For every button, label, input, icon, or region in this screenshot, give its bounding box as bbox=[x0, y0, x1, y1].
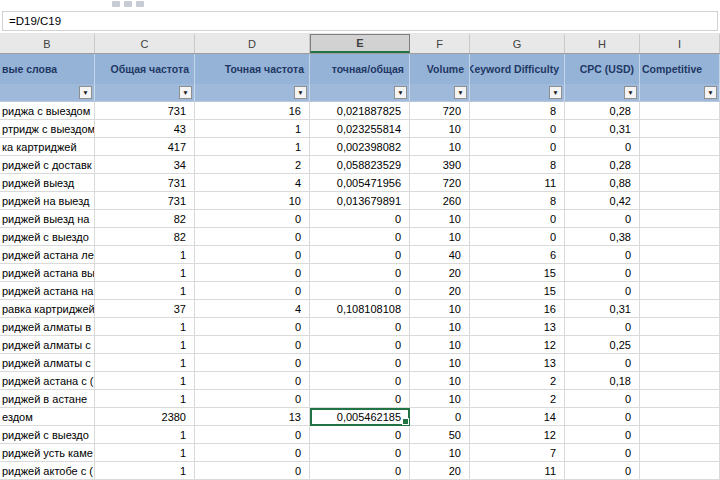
filter-dropdown-button[interactable]: ▼ bbox=[624, 86, 637, 99]
cell[interactable]: 1 bbox=[95, 246, 195, 264]
cell-keyword[interactable]: ртридж с выездом bbox=[0, 120, 95, 138]
cell[interactable]: 34 bbox=[95, 156, 195, 174]
cell[interactable]: 0 bbox=[310, 336, 410, 354]
cell[interactable]: 0,38 bbox=[565, 228, 640, 246]
cell[interactable]: 1 bbox=[95, 282, 195, 300]
cell-keyword[interactable]: риджей в астане bbox=[0, 390, 95, 408]
cell[interactable]: 2 bbox=[470, 372, 565, 390]
cell[interactable]: 0,18 bbox=[565, 372, 640, 390]
cell[interactable]: 8 bbox=[470, 156, 565, 174]
cell[interactable]: 15 bbox=[470, 264, 565, 282]
cell[interactable]: 0 bbox=[310, 282, 410, 300]
cell[interactable]: 8 bbox=[470, 102, 565, 120]
cell-keyword[interactable]: риджей астана с ( bbox=[0, 372, 95, 390]
cell[interactable]: 260 bbox=[410, 192, 470, 210]
cell[interactable]: 1 bbox=[95, 354, 195, 372]
cell[interactable]: 10 bbox=[410, 300, 470, 318]
cell[interactable]: 1 bbox=[95, 372, 195, 390]
cell[interactable]: 12 bbox=[470, 426, 565, 444]
cell[interactable]: 0 bbox=[195, 282, 310, 300]
cell[interactable]: 0 bbox=[310, 444, 410, 462]
filter-dropdown-button[interactable]: ▼ bbox=[549, 86, 562, 99]
cell[interactable]: 10 bbox=[410, 390, 470, 408]
cell[interactable]: 0 bbox=[310, 318, 410, 336]
cell[interactable]: 20 bbox=[410, 264, 470, 282]
cell[interactable]: 0,28 bbox=[565, 156, 640, 174]
cell[interactable]: 0 bbox=[310, 228, 410, 246]
cell[interactable]: 0 bbox=[565, 282, 640, 300]
column-header-h[interactable]: H bbox=[565, 34, 640, 53]
cell[interactable]: 0,023255814 bbox=[310, 120, 410, 138]
cell[interactable]: 12 bbox=[470, 336, 565, 354]
cell[interactable]: 0 bbox=[195, 210, 310, 228]
cell[interactable]: 0 bbox=[565, 408, 640, 426]
column-header-b[interactable]: B bbox=[0, 34, 95, 53]
cell[interactable]: 390 bbox=[410, 156, 470, 174]
cell[interactable]: 4 bbox=[195, 174, 310, 192]
cell[interactable]: 0 bbox=[470, 120, 565, 138]
cell-keyword[interactable]: риджей алматы в bbox=[0, 318, 95, 336]
cell-keyword[interactable]: риджа с выездом bbox=[0, 102, 95, 120]
filter-dropdown-button[interactable]: ▼ bbox=[454, 86, 467, 99]
cell[interactable]: 720 bbox=[410, 102, 470, 120]
cell[interactable]: 0 bbox=[410, 408, 470, 426]
cell[interactable]: 1 bbox=[195, 138, 310, 156]
cell[interactable]: 731 bbox=[95, 192, 195, 210]
cell[interactable]: 0 bbox=[565, 246, 640, 264]
cell[interactable]: 10 bbox=[195, 192, 310, 210]
column-header-g[interactable]: G bbox=[470, 34, 565, 53]
cell[interactable]: 13 bbox=[195, 408, 310, 426]
cell-keyword[interactable]: равка картриджей bbox=[0, 300, 95, 318]
cell[interactable]: 2 bbox=[195, 156, 310, 174]
cell[interactable] bbox=[640, 336, 720, 354]
cell[interactable]: 14 bbox=[470, 408, 565, 426]
cell[interactable]: 731 bbox=[95, 102, 195, 120]
cell-keyword[interactable]: риджей на выезд bbox=[0, 192, 95, 210]
cell[interactable] bbox=[640, 408, 720, 426]
cell-keyword[interactable]: риджей усть каме bbox=[0, 444, 95, 462]
cell[interactable]: 10 bbox=[410, 354, 470, 372]
cell[interactable] bbox=[640, 102, 720, 120]
cell[interactable]: 0 bbox=[310, 390, 410, 408]
cell[interactable]: 1 bbox=[95, 444, 195, 462]
cell[interactable]: 0 bbox=[195, 462, 310, 480]
cell[interactable]: 0 bbox=[195, 372, 310, 390]
cell[interactable]: 43 bbox=[95, 120, 195, 138]
cell[interactable]: 1 bbox=[95, 390, 195, 408]
cell-keyword[interactable]: риджей с доставк bbox=[0, 156, 95, 174]
cell[interactable]: 10 bbox=[410, 318, 470, 336]
cell[interactable]: 0 bbox=[195, 336, 310, 354]
cell[interactable] bbox=[640, 300, 720, 318]
cell[interactable]: 0 bbox=[195, 318, 310, 336]
cell[interactable] bbox=[640, 444, 720, 462]
cell[interactable]: 0,42 bbox=[565, 192, 640, 210]
cell-keyword[interactable]: риджей с выездо bbox=[0, 426, 95, 444]
cell[interactable]: 13 bbox=[470, 318, 565, 336]
cell[interactable] bbox=[640, 318, 720, 336]
cell[interactable]: 11 bbox=[470, 462, 565, 480]
column-header-f[interactable]: F bbox=[410, 34, 470, 53]
cell[interactable]: 0,058823529 bbox=[310, 156, 410, 174]
cell[interactable]: 0,28 bbox=[565, 102, 640, 120]
cell[interactable]: 4 bbox=[195, 300, 310, 318]
cell[interactable]: 0 bbox=[470, 228, 565, 246]
cell[interactable]: 0 bbox=[195, 426, 310, 444]
cell-keyword[interactable]: риджей алматы с bbox=[0, 354, 95, 372]
toolbar-icon[interactable] bbox=[112, 1, 120, 7]
cell[interactable] bbox=[640, 174, 720, 192]
cell-keyword[interactable]: риджей астана на bbox=[0, 282, 95, 300]
cell[interactable]: 0,31 bbox=[565, 120, 640, 138]
cell[interactable]: 417 bbox=[95, 138, 195, 156]
toolbar-icon[interactable] bbox=[124, 1, 132, 7]
cell[interactable]: 50 bbox=[410, 426, 470, 444]
cell[interactable]: 0,108108108 bbox=[310, 300, 410, 318]
cell[interactable]: 0 bbox=[470, 138, 565, 156]
cell[interactable] bbox=[640, 426, 720, 444]
cell-keyword[interactable]: риджей алматы с bbox=[0, 336, 95, 354]
cell[interactable]: 0,25 bbox=[565, 336, 640, 354]
cell[interactable]: 0 bbox=[310, 210, 410, 228]
cell[interactable] bbox=[640, 192, 720, 210]
column-header-i[interactable]: I bbox=[640, 34, 720, 53]
cell[interactable]: 0 bbox=[565, 444, 640, 462]
formula-input[interactable]: =D19/C19 bbox=[2, 11, 718, 31]
